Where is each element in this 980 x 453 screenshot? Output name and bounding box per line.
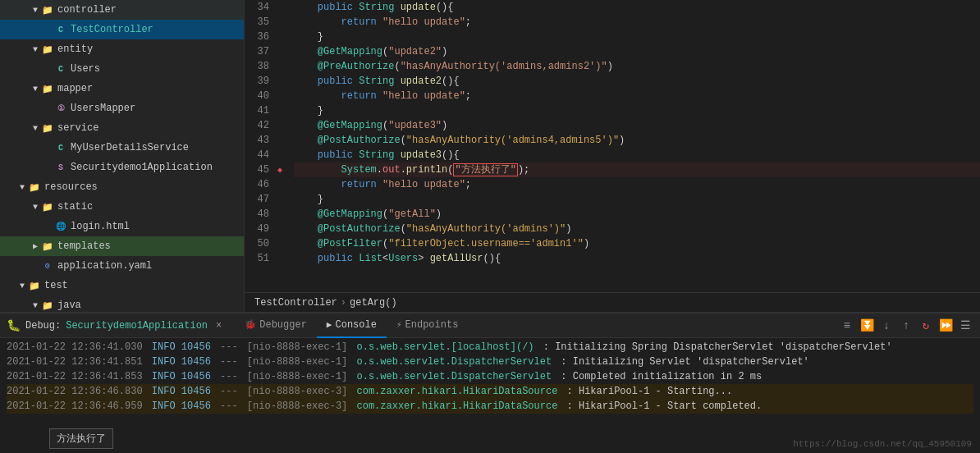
tab-console[interactable]: ▶ Console <box>317 313 387 338</box>
tree-label: service <box>57 122 98 134</box>
folder-icon: 📁 <box>28 181 41 194</box>
log-level: INFO 10456 <box>146 355 211 369</box>
code-line-43: @PostAuthorize("hasAnyAuthority('admins4… <box>294 133 980 148</box>
log-msg: : Initializing Servlet 'dispatcherServle… <box>555 355 809 369</box>
tree-item-service[interactable]: ▼ 📁 service <box>0 118 244 138</box>
expand-arrow <box>30 260 41 272</box>
expand-arrow <box>43 142 54 153</box>
tree-item-users[interactable]: C Users <box>0 59 244 79</box>
toolbar-btn-scroll-down[interactable]: ⏬ <box>859 318 875 334</box>
tree-item-controller[interactable]: ▼ 📁 controller <box>0 0 244 20</box>
code-line-40: return "hello update"; <box>294 89 980 103</box>
expand-arrow <box>43 103 54 114</box>
expand-arrow: ▼ <box>30 201 41 213</box>
folder-icon: 📁 <box>41 3 54 16</box>
line-numbers: 34 35 36 37 38 39 40 41 42 43 44 45◆ 46 … <box>245 0 286 292</box>
tree-label: TestController <box>71 24 153 35</box>
code-line-51: public List<Users> getAllUsr(){ <box>294 251 980 266</box>
tree-item-testcontroller[interactable]: C TestController <box>0 20 244 39</box>
expand-arrow <box>43 24 54 35</box>
expand-arrow: ▼ <box>30 300 41 311</box>
log-sep: --- <box>214 384 238 399</box>
toolbar-btn-fast-forward[interactable]: ⏩ <box>937 318 954 334</box>
log-class: o.s.web.servlet.DispatcherServlet <box>350 369 552 384</box>
top-area: ▼ 📁 controller C TestController ▼ 📁 <box>0 0 980 312</box>
expand-arrow: ▼ <box>16 280 28 291</box>
tree-item-entity[interactable]: ▼ 📁 entity <box>0 39 244 59</box>
log-time: 2021-01-22 12:36:46.830 <box>7 384 143 399</box>
tree-item-login-html[interactable]: 🌐 login.html <box>0 217 244 236</box>
tree-item-test[interactable]: ▼ 📁 test <box>0 276 244 295</box>
tab-debugger-label: Debugger <box>259 319 307 331</box>
debug-label: Debug: <box>25 320 61 332</box>
tree-item-static[interactable]: ▼ 📁 static <box>0 197 244 217</box>
log-time: 2021-01-22 12:36:41.030 <box>7 340 143 355</box>
log-line-5: 2021-01-22 12:36:46.959 INFO 10456 --- [… <box>7 399 973 414</box>
folder-icon: 📁 <box>41 82 54 95</box>
debugger-icon: 🐞 <box>245 319 256 330</box>
watermark: https://blog.csdn.net/qq_45950109 <box>793 439 972 449</box>
tree-item-securitydemo1app[interactable]: S Securitydemo1Application <box>0 158 244 177</box>
log-msg: : Completed initialization in 2 ms <box>555 369 762 384</box>
breadcrumb-sep: › <box>341 297 346 309</box>
code-line-37: @GetMapping("update2") <box>294 44 980 59</box>
expand-arrow: ▶ <box>30 240 41 252</box>
debug-panel: 🐛 Debug: Securitydemo1Application × 🐞 De… <box>0 312 980 453</box>
code-editor[interactable]: 34 35 36 37 38 39 40 41 42 43 44 45◆ 46 … <box>245 0 980 312</box>
tree-item-templates[interactable]: ▶ 📁 templates <box>0 236 244 256</box>
expand-arrow: ▼ <box>30 4 41 16</box>
toolbar-btn-list[interactable]: ☰ <box>957 318 973 334</box>
expand-arrow: ▼ <box>16 181 28 193</box>
folder-icon: 📁 <box>41 240 54 253</box>
code-line-47: } <box>294 192 980 207</box>
tree-label: test <box>44 280 68 291</box>
log-level: INFO 10456 <box>146 340 211 355</box>
debug-close[interactable]: × <box>216 320 222 332</box>
code-lines[interactable]: public String update(){ return "hello up… <box>286 0 980 292</box>
html-icon: 🌐 <box>54 220 67 233</box>
toolbar-btn-menu[interactable]: ≡ <box>839 318 855 334</box>
code-line-41: } <box>294 103 980 118</box>
toolbar-btn-down[interactable]: ↓ <box>878 318 895 334</box>
toolbar-btn-refresh[interactable]: ↻ <box>918 318 934 334</box>
log-thread: [nio-8888-exec-3] <box>241 399 348 414</box>
debug-tooltip: 方法执行了 <box>49 428 113 449</box>
expand-arrow <box>43 63 54 75</box>
tree-label: Users <box>71 63 100 75</box>
log-class: o.s.web.servlet.[localhost](/) <box>350 340 539 355</box>
tab-endpoints-label: Endpoints <box>405 319 459 331</box>
log-line-1: 2021-01-22 12:36:41.030 INFO 10456 --- [… <box>7 340 973 355</box>
code-line-34: public String update(){ <box>294 0 980 15</box>
log-line-3: 2021-01-22 12:36:41.853 INFO 10456 --- [… <box>7 369 973 384</box>
tree-label: MyUserDetailsService <box>71 142 189 153</box>
tree-item-application-yaml[interactable]: ⚙ application.yaml <box>0 256 244 276</box>
tree-label: UsersMapper <box>71 103 135 114</box>
code-line-50: @PostFilter("filterObject.username=='adm… <box>294 236 980 251</box>
toolbar-btn-up[interactable]: ↑ <box>898 318 914 334</box>
log-class: com.zaxxer.hikari.HikariDataSource <box>350 399 557 414</box>
tree-item-resources[interactable]: ▼ 📁 resources <box>0 177 244 197</box>
debug-tab-bar: 🐛 Debug: Securitydemo1Application × 🐞 De… <box>0 313 980 338</box>
tree-label: mapper <box>57 83 93 94</box>
log-msg: : HikariPool-1 - Start completed. <box>561 399 762 414</box>
log-line-4: 2021-01-22 12:36:46.830 INFO 10456 --- [… <box>7 384 973 399</box>
log-time: 2021-01-22 12:36:41.851 <box>7 355 143 369</box>
code-line-35: return "hello update"; <box>294 15 980 30</box>
tree-item-java[interactable]: ▼ 📁 java <box>0 295 244 312</box>
log-class: o.s.web.servlet.DispatcherServlet <box>350 355 552 369</box>
code-line-48: @GetMapping("getAll") <box>294 207 980 222</box>
tree-item-mapper[interactable]: ▼ 📁 mapper <box>0 79 244 98</box>
tab-endpoints[interactable]: ⚡ Endpoints <box>387 313 468 338</box>
log-line-2: 2021-01-22 12:36:41.851 INFO 10456 --- [… <box>7 355 973 369</box>
tree-item-myuserdetailsservice[interactable]: C MyUserDetailsService <box>0 138 244 158</box>
expand-arrow: ▼ <box>30 83 41 94</box>
debug-console-content[interactable]: 2021-01-22 12:36:41.030 INFO 10456 --- [… <box>0 338 980 453</box>
tab-console-label: Console <box>335 319 376 331</box>
code-line-45: System.out.println("方法执行了"); <box>294 162 980 177</box>
tab-debugger[interactable]: 🐞 Debugger <box>235 313 317 338</box>
folder-icon: 📁 <box>41 43 54 56</box>
log-sep: --- <box>214 399 238 414</box>
log-thread: [nio-8888-exec-1] <box>241 355 348 369</box>
tree-item-usersmapper[interactable]: ① UsersMapper <box>0 98 244 118</box>
folder-icon: 📁 <box>41 200 54 213</box>
